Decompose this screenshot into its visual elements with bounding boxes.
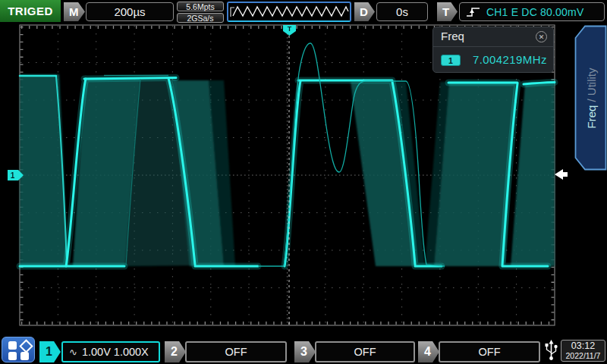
channel4-badge[interactable]: 4 xyxy=(418,341,439,362)
coupling-icon: ∿ xyxy=(69,347,77,358)
clock: 03:12 2022/11/7 xyxy=(561,340,605,362)
channel1-settings[interactable]: ∿ 1.00V 1.000X xyxy=(61,341,160,362)
trigger-info-text: CH1 E DC 80.00mV xyxy=(486,6,583,18)
trigger-level-arrow[interactable] xyxy=(555,169,568,180)
sample-rate[interactable]: 2GSa/s xyxy=(177,13,224,23)
menu-square-icon xyxy=(8,341,17,350)
freq-channel-badge: 1 xyxy=(441,55,461,66)
channel1-badge[interactable]: 1 xyxy=(39,341,61,362)
popup-divider xyxy=(433,46,553,47)
delay-badge: D xyxy=(354,2,375,21)
timebase-value[interactable]: 200µs xyxy=(86,2,174,21)
svg-text:1: 1 xyxy=(11,171,15,180)
tab-label-freq: Freq xyxy=(584,105,597,128)
channel1-scale: 1.00V 1.000X xyxy=(82,346,149,358)
freq-popup-title: Freq xyxy=(441,30,464,42)
menu-square-icon xyxy=(20,352,29,360)
date-text: 2022/11/7 xyxy=(561,352,605,361)
top-status-bar: TRIGED M 200µs 5.6Mpts 2GSa/s D 0s T CH1… xyxy=(0,0,607,23)
close-icon[interactable]: ✕ xyxy=(536,31,547,42)
timebase-badge: M xyxy=(64,2,85,21)
delay-value[interactable]: 0s xyxy=(376,2,428,21)
menu-button[interactable] xyxy=(2,337,35,362)
trigger-status-badge: TRIGED xyxy=(0,0,61,22)
channel3-badge[interactable]: 3 xyxy=(294,341,316,362)
waveform-preview-strip[interactable] xyxy=(227,2,351,22)
channel3-settings[interactable]: OFF xyxy=(315,341,415,362)
channel4-settings[interactable]: OFF xyxy=(439,341,540,362)
freq-value: 7.004219MHz xyxy=(473,53,547,66)
bottom-channel-bar: 1 ∿ 1.00V 1.000X 2 OFF 3 OFF 4 OFF 03:12… xyxy=(0,336,607,364)
channel2-badge[interactable]: 2 xyxy=(165,341,186,362)
oscilloscope-screen: T 1 TRIGED M 200µs 5.6Mpts 2GSa/s D 0s T xyxy=(0,0,607,364)
menu-diamond-icon xyxy=(19,339,33,353)
tab-freq-utility[interactable]: Freq / Utility xyxy=(574,25,607,171)
svg-text:T: T xyxy=(288,25,292,33)
menu-square-icon xyxy=(8,352,17,360)
memory-depth[interactable]: 5.6Mpts xyxy=(177,2,224,11)
time-text: 03:12 xyxy=(561,341,605,352)
channel2-settings[interactable]: OFF xyxy=(185,341,287,362)
usb-icon xyxy=(543,339,559,362)
trigger-settings[interactable]: CH1 E DC 80.00mV xyxy=(459,2,605,21)
trigger-badge: T xyxy=(437,2,458,21)
trigger-position-marker[interactable]: T xyxy=(283,25,296,36)
preview-zigzag-icon xyxy=(228,3,350,20)
rising-edge-icon xyxy=(466,6,481,18)
freq-popup: Freq ✕ 1 7.004219MHz xyxy=(432,27,554,73)
tab-label-utility: / Utility xyxy=(584,67,597,105)
